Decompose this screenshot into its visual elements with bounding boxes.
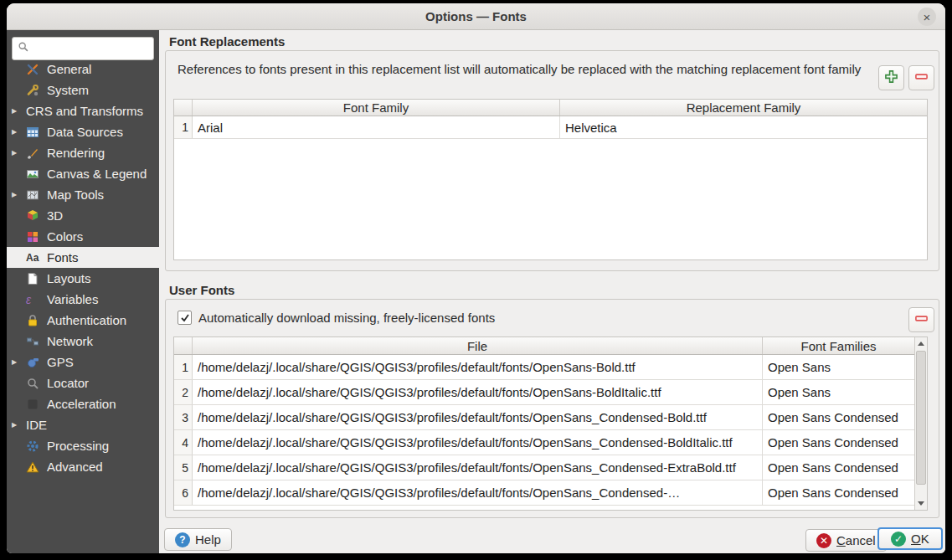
table-row[interactable]: 1ArialHelvetica xyxy=(174,116,927,139)
table-row[interactable]: 2/home/delazj/.local/share/QGIS/QGIS3/pr… xyxy=(174,380,914,405)
auto-download-checkbox-row[interactable]: Automatically download missing, freely-l… xyxy=(178,311,495,325)
sidebar-item-colors[interactable]: Colors xyxy=(7,226,159,247)
font-families-cell[interactable]: Open Sans xyxy=(762,355,914,379)
row-number: 5 xyxy=(174,455,193,480)
sidebar-item-data-sources[interactable]: ▶Data Sources xyxy=(7,121,159,142)
sidebar-item-variables[interactable]: εVariables xyxy=(7,289,159,310)
sidebar-item-locator[interactable]: Locator xyxy=(7,372,159,393)
cancel-icon: ✕ xyxy=(816,533,831,548)
sidebar-item-label: IDE xyxy=(26,418,47,432)
scroll-up-icon[interactable] xyxy=(915,337,927,350)
rendering-icon xyxy=(26,146,47,160)
row-number: 3 xyxy=(174,405,193,429)
sidebar-item-map-tools[interactable]: ▶Map Tools xyxy=(7,184,159,205)
sidebar-item-label: Colors xyxy=(47,229,83,244)
table-row[interactable]: 4/home/delazj/.local/share/QGIS/QGIS3/pr… xyxy=(174,430,914,455)
table-header-row: File Font Families xyxy=(174,337,927,355)
sidebar-item-network[interactable]: Network xyxy=(7,331,159,352)
column-header-file[interactable]: File xyxy=(193,337,762,354)
remove-user-font-button[interactable] xyxy=(908,307,934,332)
sidebar-item-general[interactable]: General xyxy=(7,59,159,80)
table-row[interactable]: 3/home/delazj/.local/share/QGIS/QGIS3/pr… xyxy=(174,405,914,430)
font-file-cell[interactable]: /home/delazj/.local/share/QGIS/QGIS3/pro… xyxy=(193,355,762,379)
font-file-cell[interactable]: /home/delazj/.local/share/QGIS/QGIS3/pro… xyxy=(193,430,762,455)
font-families-cell[interactable]: Open Sans Condensed xyxy=(762,455,914,480)
font-replacements-table[interactable]: Font Family Replacement Family 1ArialHel… xyxy=(173,99,928,260)
sidebar-item-gps[interactable]: ▶GPS xyxy=(7,352,159,372)
sidebar-item-label: Authentication xyxy=(47,313,126,327)
expand-arrow-icon[interactable]: ▶ xyxy=(12,149,26,157)
cancel-button-label: Cancel xyxy=(836,533,876,547)
scroll-down-icon[interactable] xyxy=(915,497,927,510)
remove-replacement-button[interactable] xyxy=(908,65,934,90)
font-family-cell[interactable]: Arial xyxy=(193,116,560,138)
replacement-family-cell[interactable]: Helvetica xyxy=(560,116,927,138)
sidebar-item-layouts[interactable]: Layouts xyxy=(7,268,159,289)
help-button[interactable]: ? Help xyxy=(164,528,232,551)
map-tools-icon xyxy=(26,188,47,202)
sidebar-item-processing[interactable]: Processing xyxy=(7,435,159,456)
row-number: 6 xyxy=(174,480,193,505)
sidebar-item-3d[interactable]: 3D xyxy=(7,205,159,226)
expand-arrow-icon[interactable]: ▶ xyxy=(12,107,26,115)
expand-arrow-icon[interactable]: ▶ xyxy=(12,421,26,429)
sidebar-item-label: Processing xyxy=(47,439,109,453)
auto-download-label: Automatically download missing, freely-l… xyxy=(198,311,495,325)
sidebar-item-label: CRS and Transforms xyxy=(26,104,143,118)
expand-arrow-icon[interactable]: ▶ xyxy=(12,128,26,136)
scrollbar-thumb[interactable] xyxy=(916,351,926,485)
add-replacement-button[interactable] xyxy=(878,65,904,90)
gps-icon xyxy=(26,356,47,369)
sidebar-item-ide[interactable]: ▶IDE xyxy=(7,414,159,435)
user-fonts-group: Automatically download missing, freely-l… xyxy=(165,299,939,518)
title-bar[interactable]: Options — Fonts × xyxy=(7,3,945,30)
expand-arrow-icon[interactable]: ▶ xyxy=(12,358,26,366)
expand-arrow-icon[interactable]: ▶ xyxy=(12,191,26,198)
sidebar-item-canvas-legend[interactable]: Canvas & Legend xyxy=(7,163,159,184)
variables-icon: ε xyxy=(26,293,47,306)
sidebar-item-rendering[interactable]: ▶Rendering xyxy=(7,142,159,163)
column-header-font-family[interactable]: Font Family xyxy=(193,100,559,116)
table-row[interactable]: 6/home/delazj/.local/share/QGIS/QGIS3/pr… xyxy=(174,480,914,506)
table-row[interactable]: 5/home/delazj/.local/share/QGIS/QGIS3/pr… xyxy=(174,455,914,480)
font-file-cell[interactable]: /home/delazj/.local/share/QGIS/QGIS3/pro… xyxy=(193,480,762,505)
cancel-button[interactable]: ✕ Cancel xyxy=(805,529,887,552)
font-families-cell[interactable]: Open Sans xyxy=(762,380,914,404)
table-header-row: Font Family Replacement Family xyxy=(174,100,927,116)
sidebar-item-advanced[interactable]: Advanced xyxy=(7,456,159,477)
column-header-replacement-family[interactable]: Replacement Family xyxy=(559,100,927,116)
system-icon xyxy=(26,84,47,97)
sidebar-item-label: Advanced xyxy=(47,460,103,474)
font-file-cell[interactable]: /home/delazj/.local/share/QGIS/QGIS3/pro… xyxy=(193,380,762,404)
advanced-icon xyxy=(26,460,47,474)
close-icon[interactable]: × xyxy=(918,8,936,26)
sidebar-item-label: 3D xyxy=(47,208,63,223)
search-input[interactable] xyxy=(12,37,154,60)
sidebar-item-label: Variables xyxy=(47,292,98,306)
settings-sidebar: GeneralSystem▶CRS and Transforms▶Data So… xyxy=(7,30,159,553)
sidebar-item-authentication[interactable]: Authentication xyxy=(7,310,159,331)
acceleration-icon xyxy=(26,398,47,411)
font-replacements-title: Font Replacements xyxy=(169,34,285,49)
sidebar-item-fonts[interactable]: AaFonts xyxy=(7,247,159,268)
sidebar-item-crs-and-transforms[interactable]: ▶CRS and Transforms xyxy=(7,100,159,121)
window-title: Options — Fonts xyxy=(425,9,527,23)
vertical-scrollbar[interactable] xyxy=(914,337,927,510)
font-families-cell[interactable]: Open Sans Condensed xyxy=(762,405,914,429)
font-file-cell[interactable]: /home/delazj/.local/share/QGIS/QGIS3/pro… xyxy=(193,455,762,480)
ok-button[interactable]: ✓ OK xyxy=(877,527,943,550)
table-row[interactable]: 1/home/delazj/.local/share/QGIS/QGIS3/pr… xyxy=(174,355,914,380)
checkbox-checked-icon[interactable] xyxy=(178,311,192,325)
sidebar-item-label: Canvas & Legend xyxy=(47,167,147,181)
font-families-cell[interactable]: Open Sans Condensed xyxy=(762,430,914,455)
column-header-font-families[interactable]: Font Families xyxy=(762,337,914,354)
sidebar-item-label: Layouts xyxy=(47,271,91,285)
user-fonts-table[interactable]: File Font Families 1/home/delazj/.local/… xyxy=(173,337,928,511)
fonts-icon: Aa xyxy=(26,251,47,265)
sidebar-item-acceleration[interactable]: Acceleration xyxy=(7,393,159,414)
cube-3d-icon xyxy=(26,209,47,223)
sidebar-item-label: Acceleration xyxy=(47,397,116,411)
sidebar-item-system[interactable]: System xyxy=(7,80,159,100)
font-families-cell[interactable]: Open Sans Condensed xyxy=(762,480,914,505)
font-file-cell[interactable]: /home/delazj/.local/share/QGIS/QGIS3/pro… xyxy=(193,405,762,429)
